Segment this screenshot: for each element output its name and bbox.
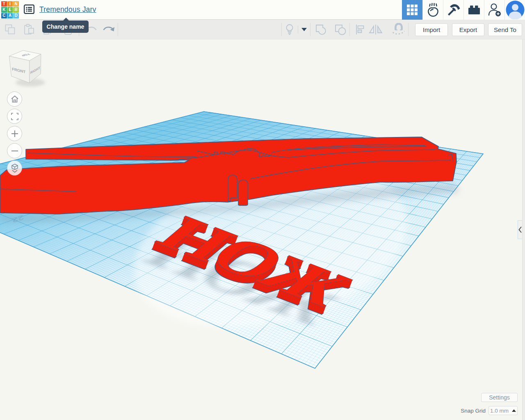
logo-tile: D <box>13 13 19 18</box>
settings-label: Settings <box>489 394 510 401</box>
view-cube[interactable]: TOP FRONT RIGHT <box>9 50 45 87</box>
panel-collapse-tab[interactable] <box>518 220 522 239</box>
export-button[interactable]: Export <box>452 23 484 36</box>
toolbar-separator <box>349 23 350 36</box>
align-icon[interactable] <box>354 20 366 39</box>
dashboard-grid-button[interactable] <box>402 0 422 20</box>
logo-tile: K <box>1 7 7 12</box>
logo-tile: I <box>7 1 13 7</box>
logo-tile: R <box>13 7 19 12</box>
toolbar-separator <box>408 23 409 36</box>
invite-person-icon <box>488 3 501 17</box>
logo-tile: C <box>1 13 7 18</box>
snap-grid-label: Snap Grid <box>461 408 486 414</box>
settings-button[interactable]: Settings <box>481 393 518 402</box>
logo-tile: T <box>1 1 7 7</box>
lego-brick-icon <box>468 5 480 15</box>
toolbar-separator <box>310 23 310 36</box>
fit-view-button[interactable] <box>7 109 22 124</box>
viewport-3d[interactable]: 22 <box>0 39 525 420</box>
caret-up-icon <box>512 409 516 412</box>
dropdown-caret[interactable] <box>300 20 308 39</box>
logo-tile: E <box>7 7 13 12</box>
minecraft-pickaxe-icon <box>447 3 460 16</box>
change-name-tooltip: Change name <box>42 21 89 33</box>
snap-grid-value: 1.0 mm <box>490 408 509 414</box>
grid-view-icon <box>407 5 418 15</box>
toolbar-separator <box>298 25 298 34</box>
toolbar-separator <box>281 23 282 36</box>
show-all-bulb-icon[interactable] <box>284 20 295 39</box>
lego-button[interactable] <box>463 0 484 20</box>
import-button[interactable]: Import <box>415 23 448 36</box>
tooltip-text: Change name <box>47 23 84 30</box>
top-bar: T I N K E R C A D Tremendous Jarv <box>0 0 525 20</box>
top-right-icons <box>402 0 525 20</box>
perspective-toggle-button[interactable] <box>7 160 22 176</box>
snap-grid-dropdown[interactable]: 1.0 mm <box>488 406 518 415</box>
toolbar-separator <box>118 23 118 36</box>
ungroup-icon[interactable] <box>334 20 347 39</box>
invite-button[interactable] <box>484 0 504 20</box>
tinkercad-logo[interactable]: T I N K E R C A D <box>1 1 19 18</box>
snap-grid-control: Snap Grid 1.0 mm <box>461 406 518 415</box>
send-to-button[interactable]: Send To <box>488 23 522 36</box>
home-view-button[interactable] <box>7 91 22 107</box>
workplane-magnet-icon[interactable] <box>391 20 406 39</box>
group-icon[interactable] <box>314 20 327 39</box>
paste-icon[interactable] <box>22 20 36 39</box>
account-button[interactable] <box>504 0 525 20</box>
right-panel-strip <box>522 39 525 420</box>
design-menu-icon[interactable] <box>24 5 34 14</box>
design-name-link[interactable]: Tremendous Jarv <box>39 5 96 14</box>
copy-icon[interactable] <box>3 20 17 39</box>
avatar <box>506 0 525 19</box>
redo-icon[interactable] <box>102 20 116 39</box>
mirror-icon[interactable] <box>368 20 383 39</box>
logo-tile: A <box>7 13 13 18</box>
sim-lab-button[interactable] <box>422 0 443 20</box>
falling-apple-icon <box>427 3 439 17</box>
zoom-in-button[interactable] <box>7 126 22 141</box>
chevron-left-icon <box>518 226 522 233</box>
logo-tile: N <box>13 1 19 7</box>
zoom-out-button[interactable] <box>7 143 22 158</box>
scene-canvas: 22 <box>0 39 525 420</box>
minecraft-button[interactable] <box>443 0 463 20</box>
